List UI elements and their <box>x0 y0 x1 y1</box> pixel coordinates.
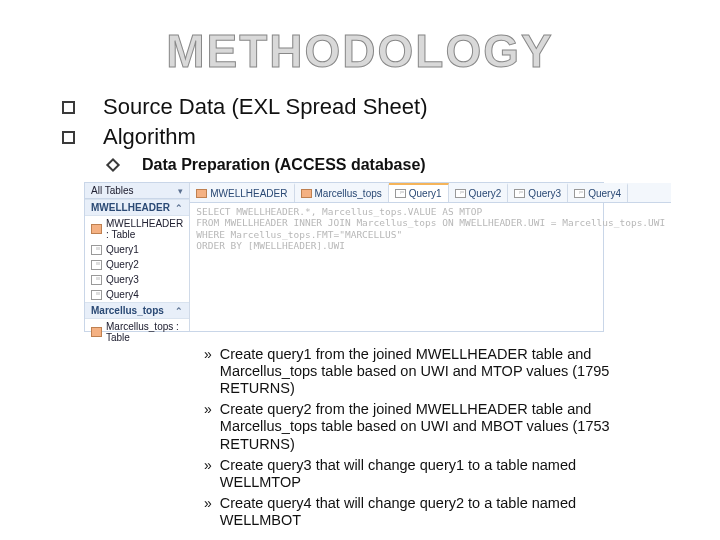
nav-group-marcellus: Marcellus_tops ⌃ <box>85 302 189 319</box>
nav-item-mwellheader-table: MWELLHEADER : Table <box>85 216 189 242</box>
tab-query3: Query3 <box>508 183 568 202</box>
table-icon <box>196 189 207 198</box>
tab-label: Query2 <box>469 188 502 199</box>
chevron-bullet-icon: » <box>204 495 212 512</box>
nav-item-label: Query1 <box>106 244 139 255</box>
level1-bullets: Source Data (EXL Spread Sheet) Algorithm <box>62 94 684 150</box>
nav-item-marcellus-table: Marcellus_tops : Table <box>85 319 189 345</box>
bullet-data-prep: Data Preparation (ACCESS database) <box>142 156 426 174</box>
chevron-bullet-icon: » <box>204 457 212 474</box>
chevron-bullet-icon: » <box>204 401 212 418</box>
tab-label: Query1 <box>409 188 442 199</box>
tab-query1: Query1 <box>389 183 449 202</box>
level2-bullet: Data Preparation (ACCESS database) <box>108 156 684 174</box>
bullet-algorithm: Algorithm <box>103 124 196 150</box>
query-icon <box>514 189 525 198</box>
step-2: Create query2 from the joined MWELLHEADE… <box>220 401 654 452</box>
nav-item-label: Query2 <box>106 259 139 270</box>
access-nav-title: All Tables <box>91 185 134 196</box>
nav-item-label: Query4 <box>106 289 139 300</box>
nav-item-query1: Query1 <box>85 242 189 257</box>
tab-query4: Query4 <box>568 183 628 202</box>
square-bullet-icon <box>62 131 75 144</box>
access-nav-header: All Tables ▾ <box>85 183 189 199</box>
nav-item-label: Marcellus_tops : Table <box>106 321 183 343</box>
access-main-pane: MWELLHEADER Marcellus_tops Query1 Query2… <box>190 183 671 331</box>
tab-marcellus-tops: Marcellus_tops <box>295 183 389 202</box>
nav-item-query2: Query2 <box>85 257 189 272</box>
tab-label: Marcellus_tops <box>315 188 382 199</box>
bullet-source-data: Source Data (EXL Spread Sheet) <box>103 94 427 120</box>
chevron-bullet-icon: » <box>204 346 212 363</box>
tab-label: MWELLHEADER <box>210 188 287 199</box>
query-icon <box>455 189 466 198</box>
tab-label: Query3 <box>528 188 561 199</box>
chevron-up-icon: ⌃ <box>175 203 183 213</box>
nav-item-query3: Query3 <box>85 272 189 287</box>
table-icon <box>301 189 312 198</box>
chevron-up-icon: ⌃ <box>175 306 183 316</box>
table-icon <box>91 327 102 337</box>
step-4: Create query4 that will change query2 to… <box>220 495 654 529</box>
nav-item-label: MWELLHEADER : Table <box>106 218 183 240</box>
query-icon <box>395 189 406 198</box>
table-icon <box>91 224 102 234</box>
access-screenshot: All Tables ▾ MWELLHEADER ⌃ MWELLHEADER :… <box>84 182 604 332</box>
tab-label: Query4 <box>588 188 621 199</box>
query-icon <box>91 275 102 285</box>
nav-group-label: Marcellus_tops <box>91 305 164 316</box>
query-icon <box>91 260 102 270</box>
query-icon <box>91 290 102 300</box>
tab-query2: Query2 <box>449 183 509 202</box>
query-icon <box>91 245 102 255</box>
query-icon <box>574 189 585 198</box>
nav-group-mwellheader: MWELLHEADER ⌃ <box>85 199 189 216</box>
access-nav-pane: All Tables ▾ MWELLHEADER ⌃ MWELLHEADER :… <box>85 183 190 331</box>
step-3: Create query3 that will change query1 to… <box>220 457 654 491</box>
steps-list: »Create query1 from the joined MWELLHEAD… <box>204 346 654 529</box>
diamond-bullet-icon <box>106 158 120 172</box>
nav-group-label: MWELLHEADER <box>91 202 170 213</box>
tab-mwellheader: MWELLHEADER <box>190 183 294 202</box>
chevron-down-icon: ▾ <box>178 186 183 196</box>
step-1: Create query1 from the joined MWELLHEADE… <box>220 346 654 397</box>
slide-title: METHODOLOGY <box>36 24 684 78</box>
square-bullet-icon <box>62 101 75 114</box>
nav-item-query4: Query4 <box>85 287 189 302</box>
access-sql-pane: SELECT MWELLHEADER.*, Marcellus_tops.VAL… <box>190 203 671 331</box>
access-tabstrip: MWELLHEADER Marcellus_tops Query1 Query2… <box>190 183 671 203</box>
nav-item-label: Query3 <box>106 274 139 285</box>
